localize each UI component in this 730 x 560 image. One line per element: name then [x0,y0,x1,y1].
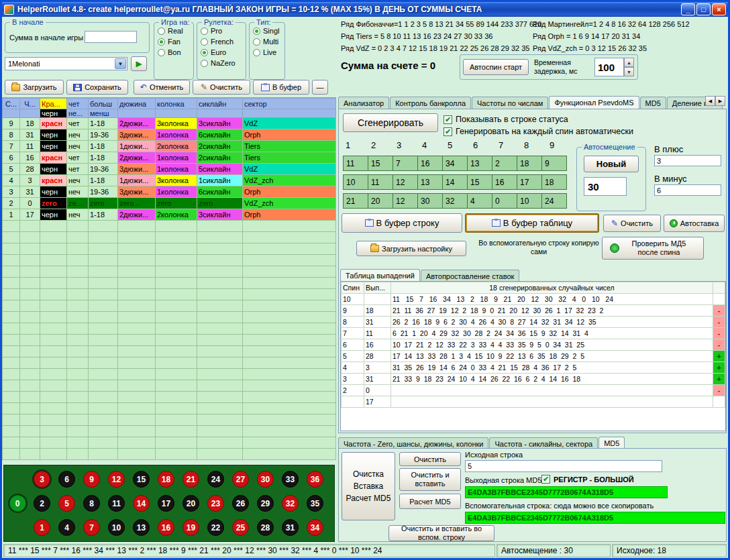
plus-input[interactable] [654,155,721,166]
ms-grid-cell[interactable]: 11 [368,174,393,190]
board-cell[interactable]: 7 [79,516,104,540]
tab-scroll-right-icon[interactable]: ▶ [715,96,725,106]
dropdown-icon[interactable]: ▼ [115,58,126,69]
history-row[interactable]: С...Ч...Кра...четбольшдюжинаколонкасикла… [3,99,336,109]
fall-row[interactable]: 83126 2 16 18 9 6 2 30 4 26 4 30 8 27 14… [342,317,725,328]
fall-row[interactable]: 20- [342,385,725,396]
radio-euro[interactable]: Euro [201,48,242,56]
main-tab-2[interactable]: Частоты по числам [472,97,548,109]
checkbox-register[interactable]: ✔ РЕГИСТР - БОЛЬШОЙ [541,475,634,484]
board-cell[interactable]: 35 [303,492,327,516]
history-row[interactable] [3,300,336,312]
board-cell[interactable]: 24 [203,467,228,492]
board-cell[interactable]: 29 [253,492,278,516]
history-row[interactable] [3,426,336,437]
radio-singl[interactable]: Singl [253,27,281,35]
board-cell[interactable]: 15 [129,467,154,492]
board-cell[interactable]: 17 [154,492,178,516]
history-row[interactable]: чернне...менш [3,109,336,118]
history-row[interactable] [3,403,336,414]
board-cell[interactable]: 4 [54,516,79,540]
save-button[interactable]: Сохранить [66,80,128,95]
main-tab-1[interactable]: Контроль банкролла [390,97,471,109]
board-cell[interactable]: 26 [228,492,253,516]
undo-button[interactable]: ↶ Отменить [134,80,190,95]
spin-up-icon[interactable]: ▲ [624,58,634,67]
history-row[interactable]: 528чернчет19-363дюжи...1колонка5сиклайнV… [3,164,336,175]
delay-spinner[interactable]: 100 ▲ ▼ [594,58,635,76]
history-row[interactable] [3,335,336,346]
board-cell[interactable]: 16 [154,516,178,540]
md5-calc-button[interactable]: Расчет MD5 [399,494,461,509]
history-row[interactable] [3,289,336,300]
history-row[interactable]: 616краснчет1-182дюжи...1колонка2сиклайнT… [3,152,336,164]
board-cell[interactable]: 12 [104,467,129,492]
history-row[interactable]: 331черннеч19-363дюжи...1колонка6сиклайнO… [3,186,336,198]
history-row[interactable]: 117черннеч1-182дюжи...2колонка3сиклайнOr… [3,209,336,221]
load-settings-button[interactable]: Загрузить настройку [356,241,466,256]
board-cell[interactable]: 22 [203,516,228,540]
md5-source-input[interactable] [465,460,662,472]
minimize-button[interactable]: _ [681,3,695,15]
board-cell[interactable]: 27 [228,467,253,492]
history-row[interactable] [3,278,336,289]
board-cell[interactable]: 8 [79,492,104,516]
board-cell[interactable]: 11 [104,492,129,516]
board-cell[interactable]: 20 [178,492,203,516]
board-cell[interactable]: 2 [30,492,54,516]
board-cell[interactable]: 34 [303,516,327,540]
board-cell[interactable]: 23 [203,492,228,516]
ms-grid-cell[interactable]: 11 [343,156,368,171]
ms-grid-cell[interactable]: 16 [492,174,517,190]
clear-button[interactable]: ✎ Очистить [193,80,250,95]
ms-grid-cell[interactable]: 2 [492,156,517,171]
main-tab-0[interactable]: Анализатор [338,97,389,109]
radio-fan[interactable]: Fan [158,38,190,46]
ms-grid-cell[interactable]: 17 [517,174,542,190]
history-row[interactable]: 43красннеч1-181дюжи...3колонка1сиклайнVd… [3,175,336,186]
board-cell[interactable]: 31 [278,516,303,540]
spin-down-icon[interactable]: ▼ [624,67,634,76]
history-row[interactable] [3,380,336,392]
collapse-button[interactable]: — [312,80,328,95]
ms-grid-cell[interactable]: 21 [343,193,368,209]
ms-grid-cell[interactable]: 12 [393,174,418,190]
radio-real[interactable]: Real [158,27,190,35]
ms-grid-cell[interactable]: 24 [541,193,567,209]
titlebar[interactable]: HelperRoullet 4.8- create helperroullet@… [2,2,728,17]
radio-french[interactable]: French [201,38,242,46]
ms-grid-cell[interactable]: 18 [517,156,542,171]
checkbox-show-status[interactable]: ✔ Показывать в строке статуса [444,115,568,124]
fall-row[interactable]: 61610 17 21 2 12 33 22 3 33 4 4 33 35 9 … [342,339,725,351]
board-zero-cell[interactable]: 0 [5,467,30,540]
history-table-wrap[interactable]: С...Ч...Кра...четбольшдюжинаколонкасикла… [2,97,336,463]
tab-scroll-left-icon[interactable]: ◀ [705,96,715,106]
ms-grid-cell[interactable]: 16 [417,156,443,171]
fall-table-wrap[interactable]: Спин Вып... 18 сгенерированных случайных… [340,281,726,431]
copy-buffer-button[interactable]: В буфер [253,80,309,95]
history-row[interactable] [3,232,336,243]
maximize-button[interactable]: □ [696,3,711,15]
offset-value[interactable]: 30 [584,177,627,196]
board-cell[interactable]: 33 [278,467,303,492]
board-cell[interactable]: 30 [253,467,278,492]
history-row[interactable] [3,266,336,278]
checkbox-autogenerate[interactable]: ✔ Генерировать на каждый спин автоматиче… [444,127,633,136]
load-button[interactable]: Загрузить [5,80,64,95]
check-md5-button[interactable]: Проверить МД5 после спина [602,237,704,260]
ms-grid-cell[interactable]: 15 [368,156,393,171]
board-cell[interactable]: 9 [79,467,104,492]
delay-value[interactable]: 100 [594,58,624,76]
ms-grid-cell[interactable]: 18 [541,174,567,190]
clear-grid-button[interactable]: ✎ Очистить [603,215,661,232]
ms-grid-cell[interactable]: 14 [442,174,468,190]
board-cell[interactable]: 1 [30,516,54,540]
history-row[interactable] [3,369,336,380]
history-row[interactable] [3,221,336,232]
ms-grid-cell[interactable]: 34 [442,156,468,171]
inner-tab-1[interactable]: Автопроставление ставок [421,270,519,282]
board-cell[interactable]: 14 [129,492,154,516]
board-cell[interactable]: 36 [303,467,327,492]
history-row[interactable]: 20zeroze...zerozero...zerozeroVdZ_zch [3,198,336,209]
fall-row[interactable]: 7116 21 1 20 4 29 32 30 28 2 24 34 36 15… [342,328,725,339]
